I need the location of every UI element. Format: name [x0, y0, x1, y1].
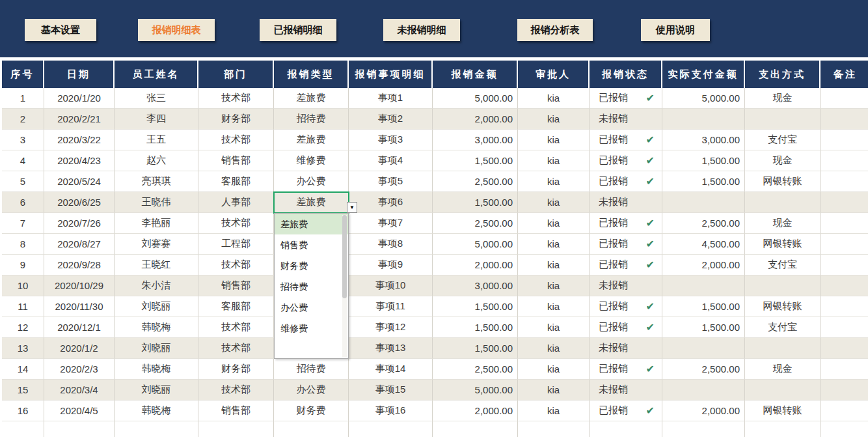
cell-seq[interactable]: 1: [2, 88, 44, 109]
cell-seq[interactable]: 12: [2, 317, 44, 338]
cell-employee-name[interactable]: 赵六: [115, 150, 198, 171]
cell-note[interactable]: [821, 88, 868, 109]
cell-seq[interactable]: 14: [2, 359, 44, 380]
cell-department[interactable]: 工程部: [198, 234, 274, 255]
cell-approver[interactable]: kia: [518, 234, 590, 255]
cell-approver[interactable]: kia: [518, 296, 590, 317]
selected-expense-type-cell[interactable]: 差旅费: [274, 192, 349, 213]
cell-department[interactable]: 客服部: [198, 296, 274, 317]
cell-status[interactable]: 已报销✔: [590, 255, 662, 275]
cell-note[interactable]: [821, 234, 868, 255]
tab-unreimbursed-detail[interactable]: 未报销明细: [383, 19, 460, 41]
cell-expense-item[interactable]: 事项1: [349, 88, 433, 109]
cell-seq[interactable]: 6: [2, 192, 44, 213]
cell-payment-method[interactable]: 网银转账: [745, 234, 821, 255]
cell-payment-method[interactable]: 现金: [745, 359, 821, 380]
dropdown-arrow-button[interactable]: ▼: [347, 202, 357, 213]
cell-department[interactable]: 客服部: [198, 171, 274, 192]
empty-cell[interactable]: [662, 421, 745, 437]
cell-seq[interactable]: 5: [2, 171, 44, 192]
cell-status[interactable]: 已报销✔: [590, 171, 662, 192]
tab-basic-settings[interactable]: 基本设置: [25, 19, 96, 41]
cell-amount[interactable]: 1,500.00: [433, 150, 518, 171]
cell-date[interactable]: 2020/2/21: [44, 109, 115, 130]
cell-expense-type[interactable]: 差旅费: [274, 130, 349, 150]
cell-employee-name[interactable]: 韩晓梅: [115, 401, 198, 421]
cell-note[interactable]: [821, 255, 868, 275]
cell-seq[interactable]: 8: [2, 234, 44, 255]
cell-payment-method[interactable]: 网银转账: [745, 296, 821, 317]
cell-paid-amount[interactable]: 2,500.00: [662, 359, 745, 380]
cell-paid-amount[interactable]: 1,500.00: [662, 150, 745, 171]
empty-cell[interactable]: [44, 421, 115, 437]
dropdown-scrollbar-track[interactable]: [342, 215, 347, 357]
column-header-3[interactable]: 部门: [198, 61, 274, 88]
cell-amount[interactable]: 3,000.00: [433, 130, 518, 150]
cell-paid-amount[interactable]: 5,000.00: [662, 88, 745, 109]
column-header-1[interactable]: 日期: [44, 61, 115, 88]
cell-employee-name[interactable]: 刘晓丽: [115, 338, 198, 359]
cell-seq[interactable]: 9: [2, 255, 44, 275]
cell-department[interactable]: 技术部: [198, 130, 274, 150]
cell-department[interactable]: 财务部: [198, 109, 274, 130]
cell-approver[interactable]: kia: [518, 130, 590, 150]
empty-cell[interactable]: [274, 421, 349, 437]
empty-cell[interactable]: [349, 421, 433, 437]
cell-department[interactable]: 技术部: [198, 317, 274, 338]
cell-status[interactable]: 已报销✔: [590, 401, 662, 421]
column-header-5[interactable]: 报销事项明细: [349, 61, 433, 88]
empty-cell[interactable]: [115, 421, 198, 437]
column-header-7[interactable]: 审批人: [518, 61, 590, 88]
tab-expense-analysis[interactable]: 报销分析表: [517, 19, 593, 41]
cell-employee-name[interactable]: 张三: [115, 88, 198, 109]
column-header-8[interactable]: 报销状态: [590, 61, 662, 88]
dropdown-option[interactable]: 财务费: [275, 255, 348, 276]
cell-status[interactable]: 已报销✔: [590, 234, 662, 255]
cell-approver[interactable]: kia: [518, 109, 590, 130]
cell-paid-amount[interactable]: 1,500.00: [662, 296, 745, 317]
cell-status[interactable]: 已报销✔: [590, 359, 662, 380]
empty-cell[interactable]: [433, 421, 518, 437]
cell-approver[interactable]: kia: [518, 317, 590, 338]
cell-payment-method[interactable]: 现金: [745, 150, 821, 171]
cell-note[interactable]: [821, 296, 868, 317]
cell-date[interactable]: 2020/4/23: [44, 150, 115, 171]
column-header-10[interactable]: 支出方式: [745, 61, 821, 88]
cell-expense-type[interactable]: 差旅费: [274, 88, 349, 109]
dropdown-option[interactable]: 差旅费: [275, 214, 348, 234]
cell-note[interactable]: [821, 171, 868, 192]
cell-seq[interactable]: 13: [2, 338, 44, 359]
cell-status[interactable]: 未报销: [590, 109, 662, 130]
cell-date[interactable]: 2020/1/2: [44, 338, 115, 359]
cell-amount[interactable]: 2,000.00: [433, 109, 518, 130]
cell-employee-name[interactable]: 刘晓丽: [115, 380, 198, 401]
empty-cell[interactable]: [2, 421, 44, 437]
column-header-11[interactable]: 备注: [821, 61, 868, 88]
cell-approver[interactable]: kia: [518, 192, 590, 213]
cell-expense-item[interactable]: 事项2: [349, 109, 433, 130]
cell-status[interactable]: 未报销: [590, 338, 662, 359]
cell-status[interactable]: 未报销: [590, 275, 662, 296]
cell-payment-method[interactable]: 现金: [745, 88, 821, 109]
cell-paid-amount[interactable]: 4,500.00: [662, 234, 745, 255]
cell-date[interactable]: 2020/4/5: [44, 401, 115, 421]
cell-status[interactable]: 已报销✔: [590, 317, 662, 338]
cell-amount[interactable]: 3,000.00: [433, 275, 518, 296]
cell-payment-method[interactable]: 网银转账: [745, 171, 821, 192]
cell-expense-item[interactable]: 事项6: [349, 192, 433, 213]
cell-note[interactable]: [821, 338, 868, 359]
tab-reimbursed-detail[interactable]: 已报销明细: [260, 19, 336, 41]
cell-amount[interactable]: 1,500.00: [433, 317, 518, 338]
cell-date[interactable]: 2020/10/29: [44, 275, 115, 296]
cell-note[interactable]: [821, 109, 868, 130]
cell-employee-name[interactable]: 刘赛赛: [115, 234, 198, 255]
empty-cell[interactable]: [821, 421, 868, 437]
cell-note[interactable]: [821, 359, 868, 380]
cell-amount[interactable]: 5,000.00: [433, 380, 518, 401]
cell-expense-item[interactable]: 事项13: [349, 338, 433, 359]
cell-department[interactable]: 技术部: [198, 338, 274, 359]
cell-employee-name[interactable]: 李四: [115, 109, 198, 130]
cell-expense-item[interactable]: 事项15: [349, 380, 433, 401]
dropdown-option[interactable]: 销售费: [275, 234, 348, 255]
column-header-0[interactable]: 序号: [2, 61, 44, 88]
